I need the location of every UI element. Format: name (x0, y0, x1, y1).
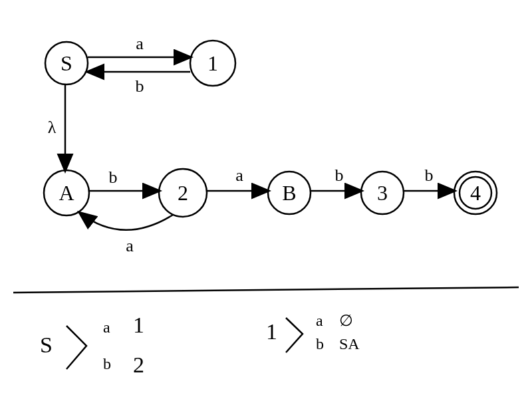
edge-2-to-B-label: a (235, 166, 243, 185)
edge-S-to-1: a (88, 34, 190, 57)
note-right-top-val: ∅ (339, 312, 353, 329)
state-1: 1 (190, 41, 235, 86)
note-right-bot-val: SA (339, 335, 360, 352)
note-right-bracket-icon (286, 318, 303, 352)
note-left-bot-val: 2 (133, 352, 144, 377)
edge-2-to-A: a (80, 213, 173, 255)
state-4-label: 4 (470, 181, 481, 205)
state-S-label: S (61, 51, 72, 75)
state-A: A (44, 170, 89, 215)
divider-line (13, 287, 519, 293)
edge-S-to-1-label: a (136, 34, 144, 53)
state-A-label: A (59, 181, 74, 205)
edge-3-to-4-label: b (425, 166, 434, 185)
state-4: 4 (454, 172, 497, 214)
note-left-top: a (103, 319, 110, 336)
edge-S-to-A-label: λ (48, 118, 57, 137)
edge-1-to-S-label: b (136, 76, 144, 96)
note-left-top-val: 1 (133, 313, 144, 337)
edge-A-to-2-label: b (109, 168, 118, 187)
note-left-bracket-icon (66, 326, 86, 369)
note-right-bot: b (316, 335, 324, 352)
automaton-diagram: S 1 A 2 B 3 4 a b λ (0, 0, 532, 399)
note-left-bot: b (103, 355, 111, 372)
edge-1-to-S: b (88, 72, 190, 96)
edge-3-to-4: b (404, 166, 454, 191)
edge-B-to-3-label: b (335, 166, 344, 185)
state-S: S (45, 42, 88, 84)
note-right-top: a (316, 312, 323, 329)
edge-S-to-A: λ (48, 84, 65, 170)
edge-A-to-2: b (89, 168, 159, 191)
edge-B-to-3: b (311, 166, 361, 191)
state-B: B (268, 172, 311, 214)
state-3-label: 3 (377, 181, 388, 205)
state-1-label: 1 (207, 51, 218, 75)
edge-2-to-B: a (207, 166, 268, 191)
state-B-label: B (282, 181, 296, 205)
edge-2-to-A-label: a (126, 236, 134, 255)
transition-note-left: S a 1 b 2 (40, 313, 144, 377)
state-2-label: 2 (178, 181, 188, 205)
transition-note-right: 1 a ∅ b SA (266, 312, 360, 352)
note-right-main: 1 (266, 319, 277, 344)
state-3: 3 (361, 172, 404, 214)
note-left-main: S (40, 332, 53, 357)
state-2: 2 (159, 169, 207, 217)
